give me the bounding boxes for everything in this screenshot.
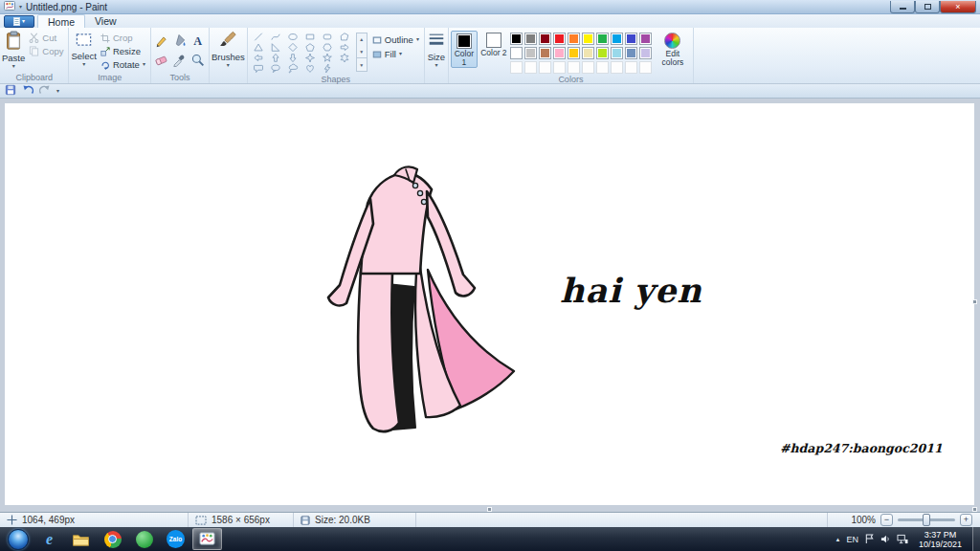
color1-button[interactable]: Color 1 — [451, 31, 478, 68]
palette-swatch[interactable] — [510, 33, 523, 45]
color-picker-tool[interactable] — [171, 51, 189, 69]
palette-swatch[interactable] — [553, 33, 566, 45]
action-center-flag-icon[interactable] — [864, 534, 875, 544]
shape-cloud-callout[interactable] — [284, 63, 301, 74]
shape-pentagon[interactable] — [301, 42, 319, 53]
palette-swatch[interactable] — [553, 47, 566, 59]
palette-swatch[interactable] — [611, 47, 623, 59]
resize-button[interactable]: Resize — [98, 45, 148, 57]
palette-swatch[interactable] — [568, 33, 580, 45]
color2-button[interactable]: Color 2 — [480, 31, 507, 57]
shape-oval[interactable] — [284, 32, 301, 42]
crop-button[interactable]: Crop — [98, 32, 148, 44]
brushes-button[interactable]: Brushes ▾ — [212, 30, 245, 72]
palette-swatch[interactable] — [539, 33, 551, 45]
palette-swatch[interactable] — [582, 33, 594, 45]
palette-swatch-empty[interactable] — [582, 61, 594, 74]
volume-icon[interactable] — [880, 534, 891, 544]
shape-polygon[interactable] — [336, 32, 353, 42]
undo-button[interactable] — [22, 84, 33, 98]
shape-triangle[interactable] — [250, 42, 267, 53]
paint-app-icon[interactable] — [4, 0, 15, 13]
palette-swatch[interactable] — [639, 33, 652, 45]
canvas-resize-handle-bottom[interactable] — [487, 507, 492, 512]
start-button[interactable] — [3, 528, 33, 550]
taskbar-clock[interactable]: 3:37 PM 10/19/2021 — [914, 530, 967, 549]
zalo-button[interactable]: Zalo — [161, 528, 190, 550]
shapes-expand-icon[interactable]: ▼ — [357, 57, 367, 71]
size-button[interactable]: Size ▾ — [427, 30, 446, 72]
palette-swatch[interactable] — [582, 47, 594, 59]
zoom-slider-thumb[interactable] — [923, 514, 930, 526]
drawing-canvas[interactable]: hai yen #hdap247:baongoc2011 — [5, 103, 974, 505]
rotate-button[interactable]: Rotate ▾ — [98, 58, 148, 71]
shape-five-point-star[interactable] — [319, 53, 336, 63]
network-icon[interactable] — [897, 534, 908, 544]
file-explorer-button[interactable] — [66, 528, 96, 550]
shape-lightning[interactable] — [319, 63, 336, 74]
palette-swatch[interactable] — [596, 33, 609, 45]
close-button[interactable]: × — [940, 1, 976, 13]
minimize-button[interactable] — [890, 1, 915, 13]
shape-rounded-callout[interactable] — [250, 63, 267, 74]
palette-swatch[interactable] — [611, 33, 623, 45]
save-button[interactable] — [5, 84, 16, 98]
paint-taskbar-button[interactable] — [192, 528, 222, 550]
palette-swatch-empty[interactable] — [553, 61, 566, 74]
palette-swatch[interactable] — [539, 47, 551, 59]
select-button[interactable]: Select ▾ — [71, 30, 96, 72]
shape-up-arrow[interactable] — [267, 53, 284, 63]
palette-swatch-empty[interactable] — [510, 61, 523, 74]
zoom-slider[interactable] — [898, 518, 955, 521]
magnifier-tool[interactable] — [189, 51, 207, 69]
palette-swatch[interactable] — [568, 47, 580, 59]
tray-expand-icon[interactable]: ▲ — [835, 537, 840, 542]
paste-button[interactable]: Paste ▾ — [2, 30, 25, 72]
palette-swatch[interactable] — [596, 47, 609, 59]
shape-diamond[interactable] — [284, 42, 301, 53]
palette-swatch-empty[interactable] — [568, 61, 580, 74]
shapes-scroll-up-icon[interactable]: ▲ — [357, 33, 367, 46]
shape-six-point-star[interactable] — [336, 53, 353, 63]
palette-swatch[interactable] — [524, 33, 537, 45]
fill-with-color-tool[interactable] — [171, 32, 189, 50]
qat-customize-button[interactable]: ▾ — [56, 89, 59, 94]
palette-swatch-empty[interactable] — [524, 61, 537, 74]
text-tool[interactable]: A — [189, 32, 207, 50]
shape-fill-button[interactable]: Fill ▾ — [369, 48, 422, 60]
shape-line[interactable] — [250, 32, 267, 42]
shape-rounded-rectangle[interactable] — [319, 32, 336, 42]
canvas-resize-handle-right[interactable] — [972, 299, 977, 304]
chrome-button[interactable] — [98, 528, 127, 550]
tab-home[interactable]: Home — [37, 14, 85, 28]
internet-explorer-button[interactable]: e — [34, 528, 64, 550]
palette-swatch[interactable] — [524, 47, 537, 59]
cut-button[interactable]: Cut — [26, 32, 66, 44]
shape-down-arrow[interactable] — [284, 53, 301, 63]
eraser-tool[interactable] — [153, 51, 170, 69]
canvas-resize-handle-corner[interactable] — [972, 507, 977, 512]
palette-swatch[interactable] — [639, 47, 652, 59]
shapes-scroll-down-icon[interactable]: ▼ — [357, 46, 367, 58]
palette-swatch[interactable] — [625, 47, 637, 59]
shape-heart[interactable] — [301, 63, 319, 74]
palette-swatch-empty[interactable] — [625, 61, 637, 74]
application-menu-button[interactable]: ▾ — [4, 15, 34, 28]
palette-swatch-empty[interactable] — [539, 61, 551, 74]
maximize-button[interactable] — [915, 1, 940, 13]
palette-swatch[interactable] — [510, 47, 523, 59]
zoom-out-button[interactable]: − — [880, 514, 893, 526]
edit-colors-button[interactable]: Edit colors — [655, 31, 691, 67]
shape-right-triangle[interactable] — [267, 42, 284, 53]
shape-hexagon[interactable] — [319, 42, 336, 53]
pencil-tool[interactable] — [153, 32, 170, 50]
copy-button[interactable]: Copy — [26, 45, 66, 57]
palette-swatch-empty[interactable] — [639, 61, 652, 74]
language-indicator[interactable]: EN — [846, 535, 858, 544]
shape-left-arrow[interactable] — [250, 53, 267, 63]
redo-button[interactable] — [39, 84, 51, 98]
palette-swatch-empty[interactable] — [611, 61, 623, 74]
tab-view[interactable]: View — [85, 14, 126, 28]
titlebar-dropdown-icon[interactable]: ▾ — [19, 5, 22, 10]
shape-oval-callout[interactable] — [267, 63, 284, 74]
